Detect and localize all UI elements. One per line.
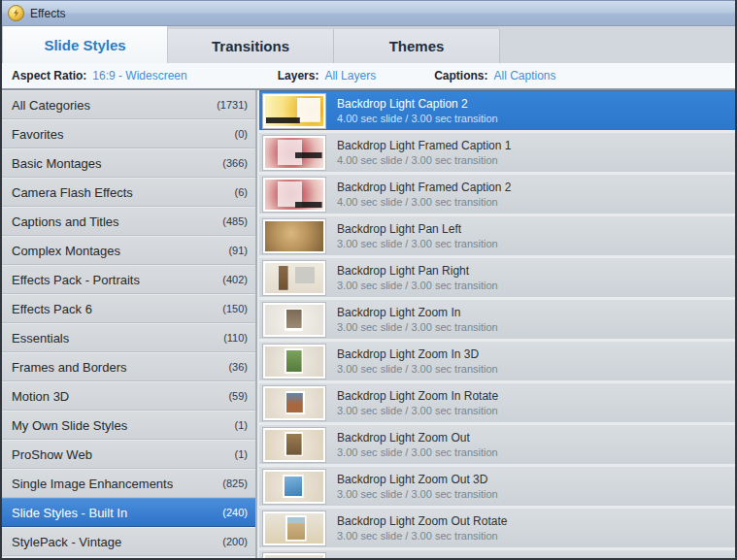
list-item[interactable]: Backdrop Light Zoom Out Rotate3.00 sec s… (259, 508, 735, 547)
effect-thumbnail (263, 345, 325, 379)
layers-filter: Layers: All Layers (278, 69, 376, 82)
effect-title: Backdrop Light Framed Caption 1 (337, 139, 511, 152)
list-item[interactable]: Backdrop Light Pan Right3.00 sec slide /… (259, 257, 735, 297)
content-area: All Categories(1731) Favorites(0) Basic … (2, 90, 735, 558)
effect-duration: 4.00 sec slide / 3.00 sec transition (337, 196, 511, 208)
effect-title: Backdrop Light Zoom In Rotate (337, 389, 498, 403)
sidebar-item-motion-3d[interactable]: Motion 3D(59) (2, 381, 255, 411)
effects-list: Backdrop Light Caption 24.00 sec slide /… (257, 90, 735, 558)
aspect-ratio-filter: Aspect Ratio: 16:9 - Widescreen (12, 69, 187, 82)
effect-thumbnail (263, 511, 325, 545)
layers-value[interactable]: All Layers (324, 69, 376, 82)
category-count: (36) (228, 361, 248, 373)
category-count: (0) (235, 128, 248, 140)
effect-thumbnail (263, 261, 325, 295)
captions-label: Captions: (434, 69, 487, 82)
effect-title: Backdrop Light Zoom Out (337, 431, 498, 445)
effect-title: Backdrop Light Pan Right (337, 264, 498, 278)
effect-duration: 3.00 sec slide / 3.00 sec transition (337, 238, 498, 249)
effect-duration: 4.00 sec slide / 3.00 sec transition (337, 154, 511, 166)
category-count: (200) (222, 536, 248, 547)
sidebar-item-frames-and-borders[interactable]: Frames and Borders(36) (2, 352, 255, 381)
sidebar-item-slide-styles-built-in[interactable]: Slide Styles - Built In(240) (2, 498, 255, 527)
captions-filter: Captions: All Captions (434, 69, 555, 82)
effect-thumbnail (263, 470, 325, 504)
sidebar-item-complex-montages[interactable]: Complex Montages(91) (2, 236, 255, 265)
effect-title: Backdrop Light Zoom Out Rotate (337, 514, 507, 528)
category-count: (825) (222, 478, 248, 489)
sidebar-item-captions-and-titles[interactable]: Captions and Titles(485) (2, 207, 255, 236)
category-count: (402) (222, 274, 248, 285)
category-count: (6) (235, 186, 248, 198)
effect-thumbnail (263, 553, 325, 558)
tab-bar: Slide Styles Transitions Themes (2, 26, 735, 63)
effect-duration: 3.00 sec slide / 3.00 sec transition (337, 280, 498, 291)
list-item[interactable]: Backdrop Light Zoom In3.00 sec slide / 3… (259, 299, 735, 339)
layers-label: Layers: (278, 69, 319, 82)
effect-thumbnail (263, 136, 325, 170)
list-item[interactable]: Backdrop Light Zoom In Rotate3.00 sec sl… (259, 382, 735, 422)
effect-title: Backdrop Light Caption 2 (337, 97, 498, 111)
list-item[interactable]: Backdrop Light Zoom Out 3D3.00 sec slide… (259, 466, 735, 506)
list-item[interactable]: Backdrop Light Zoom Out3.00 sec slide / … (259, 424, 735, 464)
category-count: (1731) (217, 99, 248, 111)
title-bar: Effects (2, 0, 735, 26)
sidebar-item-camera-flash-effects[interactable]: Camera Flash Effects(6) (2, 178, 255, 207)
effect-title: Backdrop Light Zoom In (337, 306, 498, 319)
list-item[interactable]: Backdrop Light Framed Caption 24.00 sec … (259, 174, 735, 214)
sidebar-item-single-image-enhancements[interactable]: Single Image Enhancements(825) (2, 469, 255, 498)
effects-window: Effects Slide Styles Transitions Themes … (0, 0, 737, 560)
effect-duration: 3.00 sec slide / 3.00 sec transition (337, 363, 498, 375)
category-count: (91) (228, 245, 248, 256)
category-sidebar: All Categories(1731) Favorites(0) Basic … (2, 90, 257, 558)
window-title: Effects (30, 7, 65, 20)
category-count: (1) (235, 419, 248, 431)
sidebar-item-favorites[interactable]: Favorites(0) (2, 119, 255, 148)
sidebar-item-basic-montages[interactable]: Basic Montages(366) (2, 148, 255, 178)
list-item[interactable]: Backdrop Light Pan Left3.00 sec slide / … (259, 215, 735, 255)
sidebar-item-essentials[interactable]: Essentials(110) (2, 323, 255, 352)
effect-title: Backdrop Light Pan Left (337, 222, 498, 236)
tab-themes[interactable]: Themes (334, 29, 500, 63)
effect-thumbnail (263, 94, 325, 128)
aspect-ratio-label: Aspect Ratio: (12, 69, 86, 82)
effects-app-icon (8, 5, 24, 21)
effect-title: Backdrop Light Zoom Out 3D (337, 473, 498, 486)
category-count: (59) (228, 390, 248, 402)
category-count: (150) (222, 303, 248, 314)
category-count: (110) (223, 332, 248, 344)
effect-duration: 3.00 sec slide / 3.00 sec transition (337, 488, 498, 500)
effect-duration: 3.00 sec slide / 3.00 sec transition (337, 405, 498, 416)
effect-thumbnail (263, 428, 325, 462)
effect-title: Backdrop Light Zoom In 3D (337, 347, 498, 361)
effect-thumbnail (263, 219, 325, 253)
effect-duration: 3.00 sec slide / 3.00 sec transition (337, 321, 498, 333)
effect-duration: 4.00 sec slide / 3.00 sec transition (337, 113, 498, 124)
category-count: (1) (235, 448, 248, 460)
aspect-ratio-value[interactable]: 16:9 - Widescreen (92, 69, 186, 82)
effect-thumbnail (263, 178, 325, 212)
filter-bar: Aspect Ratio: 16:9 - Widescreen Layers: … (2, 63, 735, 90)
effect-duration: 3.00 sec slide / 3.00 sec transition (337, 446, 498, 458)
sidebar-item-stylepack-vintage[interactable]: StylePack - Vintage(200) (2, 527, 255, 556)
sidebar-item-effects-pack-6[interactable]: Effects Pack 6(150) (2, 294, 255, 323)
list-item[interactable]: Backdrop Light Zoom In 3D3.00 sec slide … (259, 341, 735, 380)
effect-title: Backdrop Light Framed Caption 2 (337, 181, 511, 194)
category-count: (366) (222, 157, 248, 169)
tab-bar-filler (500, 26, 735, 63)
list-item-partial[interactable] (259, 549, 735, 558)
list-item[interactable]: Backdrop Light Caption 24.00 sec slide /… (259, 90, 735, 130)
sidebar-item-effects-pack-portraits[interactable]: Effects Pack - Portraits(402) (2, 265, 255, 294)
effect-thumbnail (263, 386, 325, 420)
effect-thumbnail (263, 303, 325, 337)
sidebar-item-proshow-web[interactable]: ProShow Web(1) (2, 440, 255, 469)
list-item[interactable]: Backdrop Light Framed Caption 14.00 sec … (259, 132, 735, 172)
captions-value[interactable]: All Captions (493, 69, 555, 82)
tab-transitions[interactable]: Transitions (168, 29, 334, 63)
sidebar-item-all-categories[interactable]: All Categories(1731) (2, 90, 255, 119)
category-count: (240) (222, 507, 248, 518)
tab-slide-styles[interactable]: Slide Styles (2, 26, 168, 63)
category-count: (485) (222, 215, 248, 227)
sidebar-item-my-own-slide-styles[interactable]: My Own Slide Styles(1) (2, 411, 255, 440)
effect-duration: 3.00 sec slide / 3.00 sec transition (337, 530, 507, 542)
